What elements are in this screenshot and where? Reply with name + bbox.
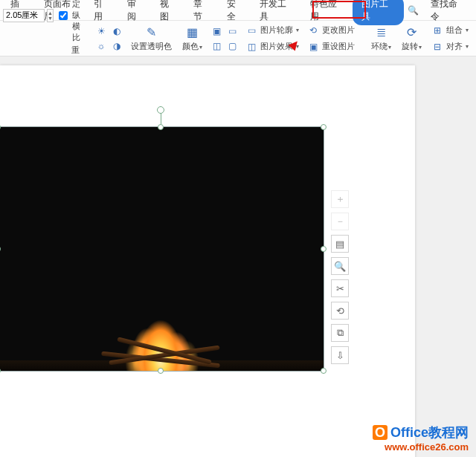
reset-pic-icon: ▣: [306, 40, 320, 54]
height-input[interactable]: [3, 9, 45, 22]
crop-icon[interactable]: ✂: [331, 279, 349, 297]
rotate-icon: ⟳: [405, 25, 419, 40]
brightness-icon[interactable]: ☀: [94, 25, 108, 38]
change-picture-button[interactable]: ⟲ 更改图片: [305, 23, 356, 38]
watermark-title: Office教程网: [390, 424, 469, 441]
align-icon: ⊟: [431, 40, 444, 54]
rotate-handle[interactable]: [157, 106, 164, 114]
effect-icon: ◫: [245, 40, 258, 54]
handle-s[interactable]: [158, 368, 164, 374]
wand-icon: ✎: [144, 25, 159, 40]
contrast-icon[interactable]: ◐: [110, 25, 123, 38]
search-command[interactable]: 🔍 查找命令: [405, 0, 476, 26]
shadow-icon[interactable]: ◫: [210, 39, 223, 53]
height-spinner[interactable]: ▲▼: [47, 9, 54, 22]
wrap-icon: ≣: [374, 25, 389, 40]
lock-aspect-checkbox[interactable]: [59, 11, 68, 20]
document-area: ＋ － ▤ 🔍 ✂ ⟲ ⧉ ⇩: [0, 56, 476, 457]
image-selection-frame[interactable]: [0, 126, 324, 372]
menu-dev-tools[interactable]: 开发工具: [252, 0, 300, 26]
compress-icon[interactable]: ▣: [210, 25, 223, 38]
copy-icon[interactable]: ⧉: [331, 324, 349, 342]
handle-ne[interactable]: [321, 124, 327, 130]
brightness-down-icon[interactable]: ☼: [94, 39, 108, 53]
export-icon[interactable]: ⇩: [331, 346, 349, 364]
handle-n[interactable]: [158, 124, 164, 130]
set-transparent-button[interactable]: ✎ 设置透明色: [128, 24, 175, 54]
change-icon: ⟲: [306, 24, 320, 37]
menu-section[interactable]: 章节: [186, 0, 218, 26]
menu-security[interactable]: 安全: [219, 0, 251, 26]
image-logs: [86, 344, 235, 365]
group-button[interactable]: ⊞ 组合▾: [429, 23, 470, 38]
adjust-icons: ☀ ◐ ☼ ◑: [94, 25, 123, 53]
rotate-button[interactable]: ⟳ 旋转▾: [399, 24, 425, 54]
outline-button[interactable]: ▭ 图片轮廓▾: [243, 23, 300, 38]
menu-review[interactable]: 审阅: [120, 0, 152, 26]
replace-icon[interactable]: ⟲: [331, 302, 349, 320]
watermark-logo-icon: O: [373, 425, 387, 440]
align-button[interactable]: ⊟ 对齐▾: [429, 39, 470, 54]
watermark-url: www.office26.com: [385, 441, 469, 453]
contrast-down-icon[interactable]: ◑: [110, 39, 123, 53]
reset-picture-button[interactable]: ▣ 重设图片: [305, 39, 356, 54]
menu-special-apps[interactable]: 特色应用: [303, 0, 351, 26]
frame-icon[interactable]: ▢: [225, 39, 239, 53]
layout-options-icon[interactable]: ▤: [331, 235, 349, 253]
image-float-toolbar: ＋ － ▤ 🔍 ✂ ⟲ ⧉ ⇩: [330, 190, 350, 364]
handle-se[interactable]: [321, 368, 327, 374]
crop-tool-icon[interactable]: ▭: [225, 25, 239, 38]
color-icon: ▦: [185, 25, 200, 40]
watermark: O Office教程网 www.office26.com: [373, 424, 469, 453]
handle-e[interactable]: [321, 246, 327, 252]
ribbon-toolbar: ▲▼ 锁定纵横比 ▲▼ �ானவ 重设大小 ☀ ◐ ☼ ◑ ✎ 设置透明色 ▦ …: [0, 21, 476, 56]
inserted-image[interactable]: [0, 127, 324, 371]
lock-aspect-label: 锁定纵横比: [72, 0, 83, 43]
group-icon: ⊞: [431, 24, 444, 37]
color-button[interactable]: ▦ 颜色▾: [179, 24, 205, 54]
wrap-button[interactable]: ≣ 环绕▾: [368, 24, 394, 54]
outline-icon: ▭: [245, 24, 258, 37]
rotate-stem: [161, 112, 161, 124]
search-icon: 🔍: [405, 4, 420, 17]
tab-picture-tools[interactable]: 图片工具: [353, 0, 404, 25]
menu-view[interactable]: 视图: [152, 0, 184, 26]
magnifier-icon[interactable]: 🔍: [331, 257, 349, 275]
zoom-out-icon[interactable]: －: [331, 213, 349, 230]
zoom-in-icon[interactable]: ＋: [331, 190, 349, 208]
search-label: 查找命令: [423, 0, 470, 26]
menu-references[interactable]: 引用: [86, 0, 118, 26]
